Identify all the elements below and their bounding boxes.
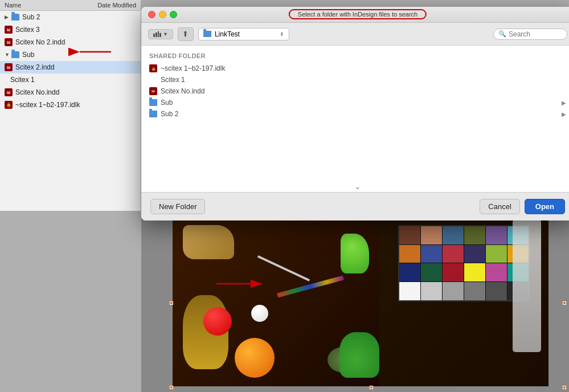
file-item[interactable]: Id Scitex No.indd <box>146 85 569 97</box>
links-list: ▶ Sub 2 Id Scitex 3 Id Scitex No 2.indd … <box>0 11 141 111</box>
item-label: ~scitex 1~b2-197.idlk <box>15 101 80 109</box>
dialog-titlebar: Select a folder with InDesign files to s… <box>141 7 569 23</box>
broccoli <box>339 332 379 378</box>
col-date-header: Date Modified <box>97 2 136 9</box>
disclosure-icon: ▶ <box>5 14 10 20</box>
color-cell <box>486 226 507 244</box>
view-icon <box>153 31 161 37</box>
file-label: Sub 2 <box>161 110 178 118</box>
color-cell <box>399 226 420 244</box>
idlk-icon: 🔒 <box>5 101 13 109</box>
color-cell <box>464 226 485 244</box>
food-area <box>173 217 379 386</box>
hint-text: Select a folder with InDesign files to s… <box>298 11 417 18</box>
list-item[interactable]: ▶ Sub 2 <box>0 11 141 23</box>
color-cell <box>399 263 420 281</box>
file-item[interactable]: Sub ▶ <box>146 97 569 108</box>
hint-oval: Select a folder with InDesign files to s… <box>289 9 427 19</box>
item-label: Scitex No.indd <box>15 88 59 96</box>
orange <box>235 338 275 378</box>
list-item[interactable]: 🔒 ~scitex 1~b2-197.idlk <box>0 99 141 111</box>
color-cell <box>443 226 464 244</box>
file-item[interactable]: Scitex 1 <box>146 74 569 85</box>
file-label: Scitex No.indd <box>161 87 204 95</box>
minimize-button[interactable] <box>159 11 166 18</box>
list-item[interactable]: ▼ Sub <box>0 48 141 61</box>
dialog-filelist: Shared Folder 🔒 ~scitex 1~b2-197.idlk Sc… <box>141 46 569 192</box>
folder-arrow: ▶ <box>562 111 566 117</box>
location-dropdown[interactable]: LinkTest ⬍ <box>198 28 289 40</box>
color-cell <box>421 282 442 300</box>
file-label: ~scitex 1~b2-197.idlk <box>161 64 225 72</box>
handle-ml <box>170 301 173 305</box>
item-label: Scitex No 2.indd <box>15 38 65 46</box>
location-folder-icon <box>203 31 211 37</box>
item-label: Scitex 2.indd <box>15 63 55 71</box>
folder-icon <box>149 111 157 117</box>
location-label: LinkTest <box>215 30 240 38</box>
search-input[interactable] <box>509 30 560 38</box>
green-pepper <box>341 234 369 273</box>
handle-bm <box>370 386 373 389</box>
list-item[interactable]: Id Scitex No 2.indd <box>0 36 141 48</box>
indd-icon: Id <box>5 63 13 71</box>
color-cell <box>399 282 420 300</box>
color-checker <box>398 225 530 301</box>
list-item[interactable]: Id Scitex 3 <box>0 23 141 36</box>
color-cell <box>421 263 442 281</box>
list-item[interactable]: Scitex 1 <box>0 74 141 86</box>
folder-icon <box>11 14 19 21</box>
white-figure <box>513 217 541 352</box>
links-panel: Name Date Modified ▶ Sub 2 Id Scitex 3 I… <box>0 0 141 211</box>
file-item[interactable]: 🔒 ~scitex 1~b2-197.idlk <box>146 63 569 74</box>
handle-br <box>563 386 566 389</box>
color-cell <box>464 245 485 263</box>
color-cell <box>443 263 464 281</box>
color-cell <box>421 245 442 263</box>
new-folder-button[interactable]: New Folder <box>150 199 205 214</box>
golf-ball <box>251 305 268 322</box>
tomato <box>203 307 232 336</box>
cancel-button[interactable]: Cancel <box>480 199 519 214</box>
color-cell <box>464 263 485 281</box>
dialog-footer: New Folder Cancel Open <box>141 192 569 220</box>
filelist-section-header: Shared Folder <box>146 50 569 63</box>
handle-bl <box>170 386 173 389</box>
maximize-button[interactable] <box>170 11 177 18</box>
dialog-toolbar: ▼ ⬆ LinkTest ⬍ 🔍 <box>141 23 569 46</box>
item-label: Sub 2 <box>22 13 40 21</box>
fruit-image <box>173 217 548 386</box>
indd-icon: Id <box>5 26 13 34</box>
search-box[interactable]: 🔍 <box>493 28 567 40</box>
color-cell <box>399 245 420 263</box>
close-button[interactable] <box>148 11 155 18</box>
canvas-area <box>141 211 569 392</box>
folder-nav-icon: ⬆ <box>182 30 189 38</box>
search-icon: 🔍 <box>498 30 506 38</box>
canvas-page <box>173 217 548 386</box>
list-item[interactable]: Id Scitex No.indd <box>0 86 141 99</box>
folder-icon <box>149 99 157 106</box>
view-chevron: ▼ <box>163 31 168 37</box>
list-item[interactable]: Id Scitex 2.indd <box>0 61 141 74</box>
handle-mr <box>563 301 566 305</box>
file-label: Sub <box>161 99 173 107</box>
panel-headers: Name Date Modified <box>0 0 141 11</box>
indd-icon: Id <box>5 88 13 96</box>
open-button[interactable]: Open <box>525 199 565 214</box>
pencils <box>277 276 344 298</box>
file-item[interactable]: Sub 2 ▶ <box>146 108 569 120</box>
indd-icon: Id <box>149 87 157 95</box>
item-label: Sub <box>22 51 34 59</box>
color-cell <box>486 263 507 281</box>
traffic-lights <box>148 11 177 18</box>
item-label: Scitex 1 <box>10 76 35 84</box>
idlk-icon: 🔒 <box>149 64 157 72</box>
folder-nav-button[interactable]: ⬆ <box>178 27 194 41</box>
folder-arrow: ▶ <box>562 100 566 106</box>
col-name-header: Name <box>5 2 21 9</box>
view-toggle-button[interactable]: ▼ <box>148 29 173 39</box>
file-open-dialog: Select a folder with InDesign files to s… <box>141 7 569 220</box>
bread <box>183 225 234 259</box>
folder-icon <box>11 51 19 58</box>
